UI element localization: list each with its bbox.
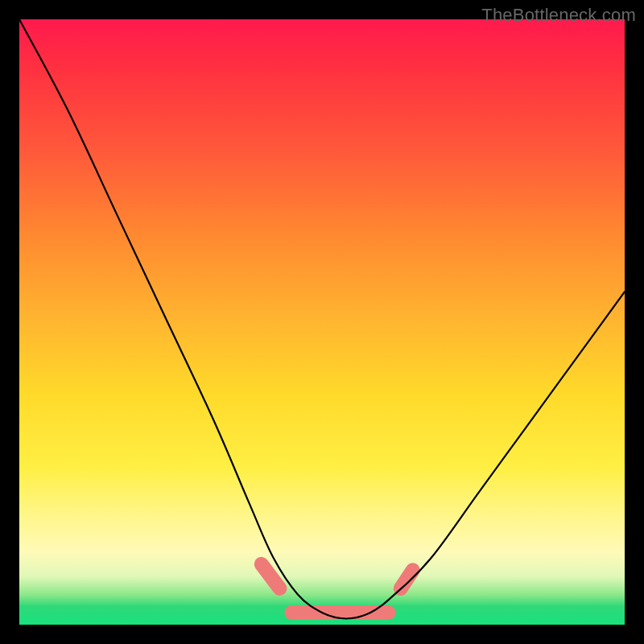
highlight-band (262, 564, 413, 613)
watermark-text: TheBottleneck.com (481, 5, 636, 26)
bottleneck-curve (19, 19, 625, 619)
chart-canvas (19, 19, 625, 625)
plot-svg (19, 19, 625, 625)
band-segment-left (262, 564, 280, 588)
